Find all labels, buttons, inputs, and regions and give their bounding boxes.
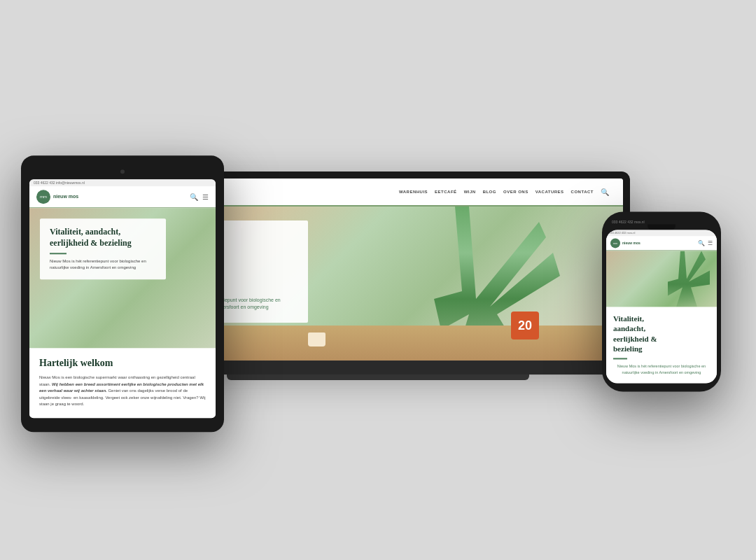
tablet-menu-icon[interactable]: ☰ xyxy=(202,193,209,201)
phone-header: mm nieuw mos 🔍 ☰ xyxy=(606,236,717,251)
phone-mockup: 033 4622 432 mos.nl 033 4622 432 mos.nl … xyxy=(602,211,721,391)
tablet-header: mm nieuw mos 🔍 ☰ xyxy=(29,186,216,208)
nav-over-ons[interactable]: OVER ONS xyxy=(503,190,528,194)
phone-hero-bg xyxy=(606,251,717,307)
tablet-section-title: Hartelijk welkom xyxy=(39,358,206,369)
search-icon[interactable]: 🔍 xyxy=(601,188,609,196)
phone-topbar-text: 033 4622 432 mos.nl xyxy=(609,231,635,234)
tablet-logo-icon: mm xyxy=(36,190,50,204)
desktop-nav: WARENHUIS EETCAFÉ WIJN BLOG OVER ONS VAC… xyxy=(399,188,609,196)
nav-wijn[interactable]: WIJN xyxy=(464,190,476,194)
tablet-section-text: Nieuw Mos is een biologische supermarkt … xyxy=(39,374,206,408)
tablet-hero-subtitle: Nieuw Mos is hét referentiepunt voor bio… xyxy=(50,258,156,271)
tablet-hero-divider xyxy=(50,253,66,254)
tablet-phone: 033 4622 432 info@nieuwmos.nl xyxy=(34,181,85,185)
phone-hero-title: Vitaliteit,aandacht,eerlijkheid &bezieli… xyxy=(613,314,710,354)
phone-hero-overlay: Vitaliteit,aandacht,eerlijkheid &bezieli… xyxy=(606,307,717,383)
phone-status: 033 4622 432 mos.nl xyxy=(612,220,645,224)
phone-logo[interactable]: mm nieuw mos xyxy=(610,238,640,248)
tablet-hero-title: Vitaliteit, aandacht,eerlijkheid & bezie… xyxy=(50,227,156,248)
number-badge: 20 xyxy=(511,312,539,340)
phone-frame: 033 4622 432 mos.nl 033 4622 432 mos.nl … xyxy=(602,211,721,391)
tablet-logo-text: nieuw mos xyxy=(53,194,78,200)
phone-screen: 033 4622 432 mos.nl mm nieuw mos 🔍 ☰ xyxy=(606,230,717,383)
phone-logo-text: nieuw mos xyxy=(622,241,640,245)
tablet-screen: 033 4622 432 info@nieuwmos.nl mm nieuw m… xyxy=(29,179,216,418)
tablet-logo[interactable]: mm nieuw mos xyxy=(36,190,78,204)
tablet-header-icons: 🔍 ☰ xyxy=(190,193,209,201)
phone-hero-subtitle: Nieuw Mos is hét referentiepunt voor bio… xyxy=(613,364,710,377)
nav-blog[interactable]: BLOG xyxy=(483,190,496,194)
tablet-camera xyxy=(120,169,125,174)
tablet-frame: 033 4622 432 info@nieuwmos.nl mm nieuw m… xyxy=(21,155,224,432)
phone-notch xyxy=(648,224,676,230)
phone-hero-divider xyxy=(613,358,627,360)
phone-plant-decoration xyxy=(668,251,710,307)
nav-contact[interactable]: CONTACT xyxy=(571,190,594,194)
phone-search-icon[interactable]: 🔍 xyxy=(698,240,705,246)
phone-header-icons: 🔍 ☰ xyxy=(698,240,713,246)
tablet-hero-overlay: Vitaliteit, aandacht,eerlijkheid & bezie… xyxy=(40,218,166,279)
nav-warenhuis[interactable]: WARENHUIS xyxy=(399,190,428,194)
nav-vacatures[interactable]: VACATURES xyxy=(536,190,564,194)
tablet-hero: Vitaliteit, aandacht,eerlijkheid & bezie… xyxy=(29,208,216,348)
tablet-topbar: 033 4622 432 info@nieuwmos.nl xyxy=(29,179,216,186)
phone-topbar: 033 4622 432 mos.nl xyxy=(606,230,717,236)
phone-logo-icon: mm xyxy=(610,238,620,248)
tablet-content: Hartelijk welkom Nieuw Mos is een biolog… xyxy=(29,348,216,418)
nav-eetcafe[interactable]: EETCAFÉ xyxy=(435,190,457,194)
phone-menu-icon[interactable]: ☰ xyxy=(708,240,713,246)
tablet-mockup: 033 4622 432 info@nieuwmos.nl mm nieuw m… xyxy=(21,155,224,432)
desktop-base xyxy=(227,374,529,380)
hero-cup-decoration xyxy=(308,332,326,346)
scene: mm nieuw mos WARENHUIS EETCAFÉ WIJN BLOG… xyxy=(0,0,756,560)
tablet-search-icon[interactable]: 🔍 xyxy=(190,193,198,201)
